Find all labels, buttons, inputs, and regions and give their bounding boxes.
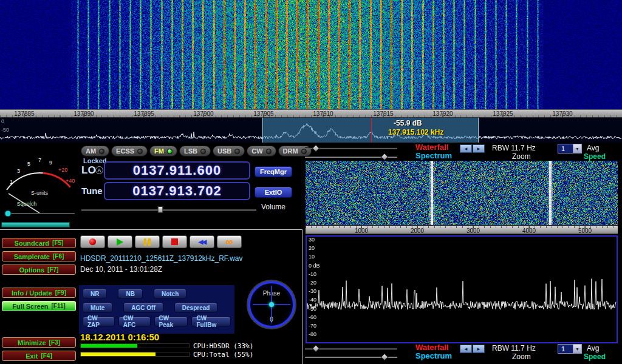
- full-screen-button[interactable]: Full Screen[F11]: [2, 301, 76, 311]
- avg-select-2[interactable]: 1 ▼: [558, 344, 582, 354]
- mode-usb-button[interactable]: USB: [213, 146, 245, 157]
- button-label: Info / Update: [12, 289, 52, 297]
- mode-lsb-button[interactable]: LSB: [179, 146, 211, 157]
- rf-frequency-scale[interactable]: 1000 2000 3000 4000 5000: [306, 226, 618, 234]
- freq-manager-button[interactable]: FreqMgr: [255, 166, 292, 177]
- tune-marker-line: [371, 118, 372, 143]
- rf-spectrum-canvas: [307, 237, 617, 342]
- options-button[interactable]: Options[F7]: [2, 265, 76, 275]
- lo-lock-badge[interactable]: A: [95, 166, 103, 174]
- soundcard-button[interactable]: Soundcard[F5]: [2, 238, 76, 248]
- squelch-slider-knob[interactable]: [5, 211, 11, 217]
- dsp-panel: NR NB Notch Mute AGC Off Despread CW ZAP…: [79, 285, 234, 334]
- slider-thumb[interactable]: [380, 153, 388, 161]
- ruler-label: 137925: [493, 110, 513, 117]
- despread-button[interactable]: Despread: [174, 303, 218, 312]
- zoom-label: Zoom: [512, 152, 531, 161]
- button-hotkey: [F7]: [47, 266, 58, 273]
- exit-button[interactable]: Exit[F4]: [2, 351, 76, 361]
- control-panel: 1 3 5 7 9 +20 +40 S-units Squelch Soundc…: [0, 143, 622, 364]
- button-hotkey: [F9]: [55, 289, 66, 296]
- phase-dial[interactable]: Phase 0: [248, 281, 295, 328]
- rf-waterfall-display[interactable]: [306, 161, 618, 225]
- recording-filename: HDSDR_20111210_125611Z_137912kHz_RF.wav: [80, 254, 243, 263]
- cw-afc-button[interactable]: CW AFC: [118, 317, 151, 326]
- tune-frequency-display[interactable]: 0137.913.702: [104, 182, 250, 200]
- ruler-label: 137905: [253, 110, 273, 117]
- notch-button[interactable]: Notch: [154, 289, 186, 298]
- shift-right-button[interactable]: ►: [473, 144, 485, 153]
- mode-label: FM: [154, 147, 164, 155]
- info-update-button[interactable]: Info / Update[F9]: [2, 288, 76, 298]
- shift-left-button-2[interactable]: ◄: [460, 345, 472, 353]
- button-hotkey: [F5]: [52, 240, 63, 246]
- mode-label: DRM: [283, 147, 298, 155]
- db-axis-label: 30: [309, 237, 315, 243]
- loop-button[interactable]: ∞: [217, 235, 242, 248]
- slider-thumb[interactable]: [312, 345, 320, 352]
- mode-fm-button[interactable]: FM: [149, 146, 177, 157]
- passband-highlight[interactable]: [262, 118, 479, 143]
- waterfall-contrast-slider[interactable]: [305, 144, 397, 152]
- spectrum-zoom-slider[interactable]: [305, 153, 397, 161]
- nb-button[interactable]: NB: [118, 289, 142, 298]
- mode-cw-button[interactable]: CW: [247, 146, 276, 157]
- cw-fullbw-button[interactable]: CW FullBw: [191, 317, 231, 326]
- mode-ecss-button[interactable]: ECSS: [111, 146, 148, 157]
- play-icon: [117, 238, 123, 246]
- rf-spectrum-display[interactable]: 30 20 10 0 dB -10 -20 -30 -40 -50 -60 -7…: [306, 235, 618, 343]
- scale-minor-ticks: [306, 226, 618, 228]
- frequency-ruler[interactable]: 137885 137890 137895 137900 137905 13791…: [0, 109, 622, 118]
- record-button[interactable]: [80, 235, 105, 248]
- rewind-button[interactable]: ◀◀: [190, 235, 214, 248]
- mode-label: LSB: [184, 147, 197, 155]
- s-meter-tick-label: +40: [66, 178, 75, 184]
- stop-button[interactable]: [162, 235, 187, 248]
- waterfall-contrast-slider-2[interactable]: [305, 345, 397, 352]
- recording-date: Dec 10, 2011 - 13:01:28Z: [80, 265, 162, 274]
- record-icon: [89, 238, 96, 245]
- ruler-label: 137915: [373, 110, 393, 117]
- avg-label: Avg: [587, 144, 599, 152]
- ruler-label: 137890: [73, 110, 94, 117]
- pause-button[interactable]: [135, 235, 160, 248]
- nr-button[interactable]: NR: [83, 289, 107, 298]
- agc-off-button[interactable]: AGC Off: [123, 303, 163, 312]
- db-axis-label: 0 dB: [309, 263, 320, 269]
- mode-led-icon: [99, 149, 104, 154]
- shift-right-button-2[interactable]: ►: [473, 345, 485, 353]
- s-meter-tick-label: 9: [49, 160, 52, 166]
- button-label: Exit: [26, 352, 38, 360]
- mode-label: USB: [217, 147, 231, 155]
- db-axis-label: -60: [309, 314, 316, 320]
- slider-thumb[interactable]: [312, 144, 320, 152]
- mode-am-button[interactable]: AM: [81, 146, 109, 157]
- s-meter[interactable]: 1 3 5 7 9 +20 +40 S-units Squelch: [1, 145, 78, 219]
- transport-controls: ◀◀ ∞: [80, 235, 242, 248]
- volume-slider[interactable]: [81, 206, 256, 214]
- main-waterfall-display[interactable]: [0, 0, 622, 109]
- rbw-label-2: RBW 11.7 Hz: [492, 344, 536, 352]
- avg-select[interactable]: 1 ▼: [558, 144, 582, 153]
- main-spectrum-display[interactable]: 0 -50 -55.9 dB 137.915.102 kHz: [0, 118, 622, 143]
- dropdown-arrow-icon: ▼: [573, 345, 581, 353]
- cw-peak-button[interactable]: CW Peak: [154, 317, 188, 326]
- db-axis-label: 20: [309, 245, 315, 251]
- tune-label: Tune: [81, 186, 103, 196]
- pause-icon: [144, 238, 151, 246]
- spectrum-zoom-slider-2[interactable]: [305, 353, 397, 361]
- minimize-button[interactable]: Minimize[F3]: [2, 337, 76, 348]
- ruler-label: 137910: [313, 110, 333, 117]
- cpu-hdsdr-bar: [80, 343, 190, 348]
- play-button[interactable]: [108, 235, 132, 248]
- mute-button[interactable]: Mute: [83, 303, 112, 312]
- cw-zap-button[interactable]: CW ZAP: [83, 317, 115, 326]
- samplerate-button[interactable]: Samplerate[F6]: [2, 251, 76, 261]
- waterfall-label: Waterfall: [415, 143, 448, 152]
- lo-frequency-display[interactable]: 0137.911.600: [104, 161, 250, 180]
- db-axis-label: 10: [309, 254, 315, 260]
- extio-button[interactable]: ExtIO: [255, 187, 292, 198]
- volume-slider-thumb[interactable]: [157, 206, 163, 213]
- shift-left-button[interactable]: ◄: [460, 144, 472, 153]
- slider-thumb[interactable]: [380, 353, 388, 361]
